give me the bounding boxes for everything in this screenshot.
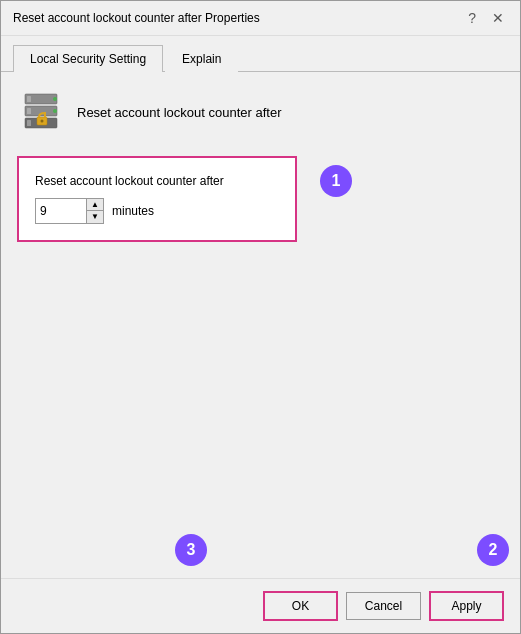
close-button[interactable]: ✕ xyxy=(488,9,508,27)
ok-button[interactable]: OK xyxy=(263,591,338,621)
minutes-label: minutes xyxy=(112,204,154,218)
annotation-circle-3: 3 xyxy=(175,534,207,566)
policy-icon xyxy=(17,88,65,136)
tab-local-security-setting[interactable]: Local Security Setting xyxy=(13,45,163,72)
content-spacer xyxy=(17,258,504,562)
spinner-row: ▲ ▼ minutes xyxy=(35,198,279,224)
svg-point-9 xyxy=(41,120,44,123)
tab-bar: Local Security Setting Explain xyxy=(1,36,520,72)
svg-rect-1 xyxy=(27,96,31,102)
cancel-button[interactable]: Cancel xyxy=(346,592,421,620)
settings-box: Reset account lockout counter after ▲ ▼ … xyxy=(17,156,297,242)
tab-explain[interactable]: Explain xyxy=(165,45,238,72)
svg-rect-7 xyxy=(27,120,31,126)
spinner-up-button[interactable]: ▲ xyxy=(87,199,103,211)
title-bar: Reset account lockout counter after Prop… xyxy=(1,1,520,36)
annotation-circle-2: 2 xyxy=(477,534,509,566)
window-title: Reset account lockout counter after Prop… xyxy=(13,11,260,25)
button-bar: OK Cancel Apply xyxy=(1,578,520,633)
svg-rect-4 xyxy=(27,108,31,114)
spinner-buttons: ▲ ▼ xyxy=(86,199,103,223)
minutes-input[interactable] xyxy=(36,199,86,223)
annotation-circle-1: 1 xyxy=(320,165,352,197)
svg-point-5 xyxy=(53,109,57,113)
title-bar-controls: ? ✕ xyxy=(464,9,508,27)
apply-button[interactable]: Apply xyxy=(429,591,504,621)
settings-box-label: Reset account lockout counter after xyxy=(35,174,279,188)
policy-header: Reset account lockout counter after xyxy=(17,88,504,136)
help-button[interactable]: ? xyxy=(464,9,480,27)
svg-point-2 xyxy=(53,97,57,101)
main-content: Reset account lockout counter after Rese… xyxy=(1,72,520,578)
policy-title: Reset account lockout counter after xyxy=(77,105,282,120)
spinner-container: ▲ ▼ xyxy=(35,198,104,224)
spinner-down-button[interactable]: ▼ xyxy=(87,211,103,223)
